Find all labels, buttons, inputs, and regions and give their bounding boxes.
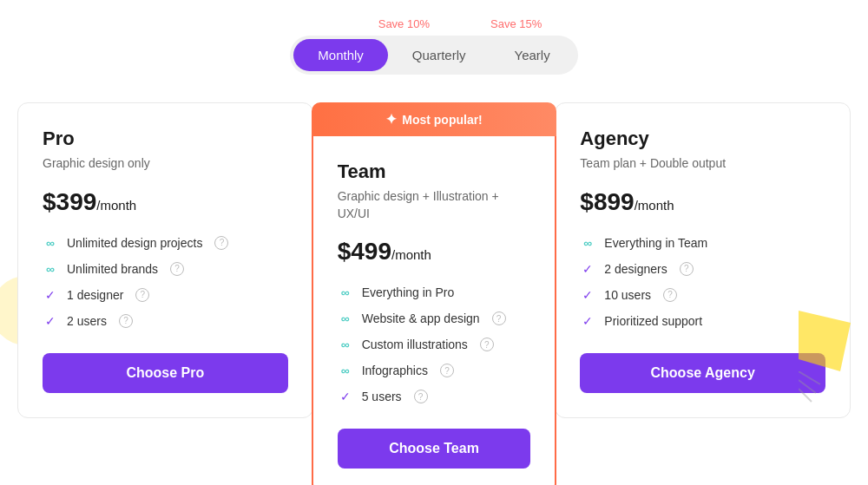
billing-toggle-wrapper: Save 10% Save 15% Monthly Quarterly Year…	[290, 17, 577, 75]
agency-features-list: ∞ Everything in Team ✓ 2 designers ? ✓ 1…	[580, 235, 825, 329]
feature-text: Prioritized support	[604, 314, 702, 328]
list-item: ∞ Website & app design ?	[338, 311, 531, 326]
most-popular-banner: ✦ Most popular!	[312, 102, 557, 136]
feature-text: Custom illustrations	[362, 338, 468, 351]
feature-text: Unlimited brands	[67, 262, 158, 276]
team-plan-card: Team Graphic design + Illustration + UX/…	[312, 136, 557, 485]
list-item: ∞ Unlimited design projects ?	[43, 235, 288, 251]
info-icon[interactable]: ?	[119, 314, 133, 328]
check-icon: ✓	[43, 287, 58, 303]
info-icon[interactable]: ?	[492, 311, 506, 325]
feature-text: Unlimited design projects	[67, 236, 202, 250]
list-item: ✓ 2 designers ?	[580, 261, 825, 277]
info-icon[interactable]: ?	[414, 390, 428, 403]
most-popular-label: Most popular!	[402, 113, 483, 127]
team-plan-wrapper: ✦ Most popular! Team Graphic design + Il…	[312, 102, 557, 485]
list-item: ✓ 5 users ?	[338, 389, 531, 404]
infinity-icon: ∞	[43, 235, 58, 251]
feature-text: Website & app design	[362, 311, 480, 325]
feature-text: 5 users	[362, 390, 402, 403]
team-features-list: ∞ Everything in Pro ∞ Website & app desi…	[338, 285, 531, 404]
pricing-cards-container: Pro Graphic design only $399/month ∞ Unl…	[17, 102, 851, 485]
feature-text: 2 users	[67, 314, 107, 328]
save-labels: Save 10% Save 15%	[378, 17, 542, 30]
list-item: ∞ Everything in Pro	[338, 285, 531, 300]
infinity-icon: ∞	[338, 363, 353, 378]
list-item: ∞ Unlimited brands ?	[43, 261, 288, 277]
feature-text: Everything in Pro	[362, 285, 455, 299]
feature-text: 1 designer	[67, 288, 123, 302]
info-icon[interactable]: ?	[214, 236, 228, 250]
team-plan-name: Team	[338, 161, 531, 183]
list-item: ∞ Infographics ?	[338, 363, 531, 378]
agency-plan-price: $899/month	[580, 188, 825, 216]
sparkle-icon: ✦	[385, 111, 397, 128]
check-icon: ✓	[338, 389, 353, 404]
infinity-icon: ∞	[338, 311, 353, 326]
choose-team-button[interactable]: Choose Team	[338, 429, 531, 469]
infinity-icon: ∞	[338, 337, 353, 352]
list-item: ✓ 10 users ?	[580, 287, 825, 303]
agency-plan-name: Agency	[580, 128, 825, 150]
decorative-lines	[799, 371, 825, 406]
pro-plan-description: Graphic design only	[43, 155, 288, 173]
team-plan-description: Graphic design + Illustration + UX/UI	[338, 188, 531, 222]
infinity-icon: ∞	[43, 261, 58, 277]
billing-toggle-group: Monthly Quarterly Yearly	[290, 36, 577, 75]
check-icon: ✓	[580, 313, 595, 329]
info-icon[interactable]: ?	[440, 364, 454, 377]
pro-features-list: ∞ Unlimited design projects ? ∞ Unlimite…	[43, 235, 288, 329]
list-item: ✓ 1 designer ?	[43, 287, 288, 303]
feature-text: Everything in Team	[604, 236, 707, 250]
check-icon: ✓	[580, 261, 595, 277]
info-icon[interactable]: ?	[480, 338, 494, 351]
save-yearly-label: Save 15%	[490, 17, 542, 30]
save-quarterly-label: Save 10%	[378, 17, 430, 30]
info-icon[interactable]: ?	[663, 288, 677, 302]
feature-text: Infographics	[362, 364, 428, 377]
team-plan-price: $499/month	[338, 238, 531, 265]
monthly-toggle-btn[interactable]: Monthly	[293, 39, 388, 71]
list-item: ∞ Everything in Team	[580, 235, 825, 251]
pro-plan-card: Pro Graphic design only $399/month ∞ Unl…	[17, 102, 313, 418]
quarterly-toggle-btn[interactable]: Quarterly	[388, 39, 490, 71]
list-item: ✓ Prioritized support	[580, 313, 825, 329]
list-item: ✓ 2 users ?	[43, 313, 288, 329]
pro-plan-name: Pro	[43, 128, 288, 150]
agency-plan-description: Team plan + Double output	[580, 155, 825, 173]
info-icon[interactable]: ?	[680, 262, 694, 276]
check-icon: ✓	[43, 313, 58, 329]
list-item: ∞ Custom illustrations ?	[338, 337, 531, 352]
feature-text: 10 users	[604, 288, 651, 302]
check-icon: ✓	[580, 287, 595, 303]
choose-agency-button[interactable]: Choose Agency	[580, 353, 825, 393]
info-icon[interactable]: ?	[135, 288, 149, 302]
choose-pro-button[interactable]: Choose Pro	[43, 353, 288, 393]
feature-text: 2 designers	[604, 262, 667, 276]
yearly-toggle-btn[interactable]: Yearly	[490, 39, 575, 71]
info-icon[interactable]: ?	[170, 262, 184, 276]
infinity-icon: ∞	[580, 235, 595, 251]
pro-plan-price: $399/month	[43, 188, 288, 216]
infinity-icon: ∞	[338, 285, 353, 300]
svg-line-2	[799, 389, 812, 402]
